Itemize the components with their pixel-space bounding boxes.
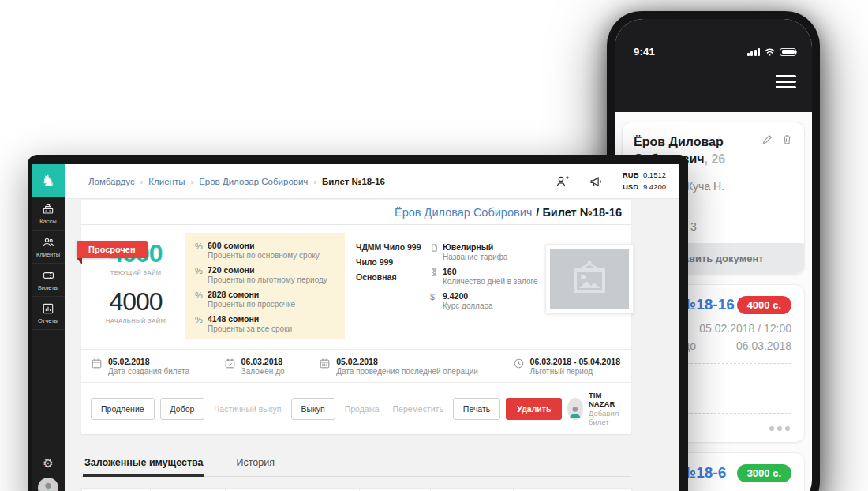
breadcrumb-separator: ›	[140, 177, 144, 186]
ticket-due-date: 06.03.2018	[736, 339, 791, 352]
calendar-icon	[91, 357, 103, 376]
percent-icon: %	[195, 265, 208, 284]
item-photo-placeholder[interactable]	[545, 244, 634, 313]
ticket-amount-badge: 4000 с.	[737, 296, 791, 314]
currency-rates: RUB0.1512 USD9.4200	[623, 170, 666, 193]
sidebar-item-reports[interactable]: Отчеты	[32, 297, 65, 330]
interest-item: % 720 сомониПроценты по льготному период…	[195, 265, 339, 284]
breadcrumb-client-name[interactable]: Ёров Диловар Собирович	[199, 177, 308, 186]
initial-loan-value: 4000	[89, 287, 182, 317]
document-icon	[430, 242, 443, 261]
sidebar-item-label: Клиенты	[32, 251, 65, 258]
megaphone-icon[interactable]	[589, 174, 604, 189]
sidebar-item-cash[interactable]: Кассы	[32, 197, 65, 231]
percent-icon: %	[195, 290, 208, 309]
phone-header: 9:41	[615, 19, 812, 112]
battery-icon	[780, 48, 796, 56]
calendar-grid-icon	[319, 357, 331, 376]
calendar-check-icon	[224, 357, 236, 376]
sidebar-item-label: Кассы	[32, 218, 65, 225]
sidebar-item-label: Отчеты	[32, 317, 65, 324]
delete-button[interactable]: Удалить	[506, 398, 562, 420]
prolong-button[interactable]: Продление	[91, 398, 155, 420]
percent-icon: %	[195, 241, 208, 260]
cash-register-icon	[32, 203, 65, 216]
date-item: 05.02.2018Дата проведения последней опер…	[319, 357, 478, 376]
tariff-names: ЧДММ Чило 999 Чило 999 Основная	[345, 233, 427, 339]
added-by-label: Добавил билет	[589, 409, 626, 426]
date-item: 05.02.2018Дата создания билета	[91, 357, 189, 376]
detail-item: $ 9.4200Курс доллара	[430, 291, 545, 310]
client-age: , 26	[705, 152, 726, 166]
detail-item: ЮвелирныйНазвание тарифа	[430, 242, 545, 261]
desktop-app-window: ♞ Кассы Клиенты Билеты	[28, 155, 688, 491]
ticket-icon	[32, 269, 65, 282]
print-button[interactable]: Печать	[453, 398, 500, 420]
added-by-avatar	[567, 398, 583, 420]
interest-item: % 600 сомониПроценты по основному сроку	[195, 241, 339, 260]
date-item: 06.03.2018Заложен до	[224, 357, 285, 376]
sidebar-item-tickets[interactable]: Билеты	[32, 264, 65, 297]
interest-item: % 4148 сомониПроценты за все сроки	[195, 314, 339, 333]
hamburger-menu-icon[interactable]	[776, 75, 796, 88]
sidebar: ♞ Кассы Клиенты Билеты	[32, 164, 65, 491]
phone-statusbar: 9:41	[634, 46, 796, 58]
rate-usd: USD9.4200	[623, 182, 666, 193]
pledged-items-table: НазваниеТип изделия Вес изделияВес без в…	[81, 488, 632, 491]
actions-row: Продление Добор Частичный выкуп Выкуп Пр…	[81, 382, 631, 434]
title-ticket: / Билет №18-16	[536, 206, 622, 219]
sidebar-item-label: Билеты	[32, 284, 65, 291]
delete-trash-icon[interactable]	[781, 133, 793, 167]
hourglass-icon	[430, 267, 443, 286]
signal-icon	[747, 48, 761, 56]
wifi-icon	[764, 47, 776, 57]
status-time: 9:41	[634, 46, 655, 58]
tab-history[interactable]: История	[234, 450, 275, 476]
topbar: Ломбардус › Клиенты › Ёров Диловар Собир…	[65, 164, 679, 199]
user-avatar[interactable]	[38, 478, 58, 491]
sidebar-item-clients[interactable]: Клиенты	[32, 231, 65, 264]
clock-icon	[513, 357, 525, 376]
breadcrumb-separator: ›	[313, 177, 316, 186]
edit-pencil-icon[interactable]	[761, 133, 773, 167]
ticket-details: ЮвелирныйНазвание тарифа 160Количество д…	[427, 233, 545, 339]
tabs: Заложенные имущества История	[81, 450, 631, 477]
added-by: TIM NAZAR Добавил билет	[567, 391, 625, 426]
breadcrumb-separator: ›	[190, 177, 193, 186]
title-client-link[interactable]: Ёров Диловар Собирович	[395, 206, 532, 219]
detail-item: 160Количество дней в залоге	[430, 267, 545, 286]
app-logo-icon[interactable]: ♞	[32, 164, 65, 197]
content-area: Просрочен Ёров Диловар Собирович / Билет…	[65, 199, 679, 491]
percent-icon: %	[195, 314, 208, 333]
breadcrumb: Ломбардус › Клиенты › Ёров Диловар Собир…	[88, 177, 385, 186]
bar-chart-icon	[32, 302, 65, 315]
buyout-button[interactable]: Выкуп	[291, 398, 335, 420]
breadcrumb-home[interactable]: Ломбардус	[88, 177, 135, 186]
initial-loan-label: НАЧАЛЬНЫЙ ЗАЙМ	[89, 317, 182, 324]
tab-pledged-items[interactable]: Заложенные имущества	[83, 450, 204, 477]
table-header-row: НазваниеТип изделия Вес изделияВес без в…	[82, 489, 632, 491]
clients-icon	[32, 236, 65, 249]
settings-gear-icon[interactable]: ⚙	[32, 456, 65, 470]
add-more-button[interactable]: Добор	[160, 398, 205, 420]
date-item: 06.03.2018 - 05.04.2018Льготный период	[513, 357, 620, 376]
status-icons	[747, 47, 797, 57]
rate-rub: RUB0.1512	[623, 170, 666, 181]
move-button: Переместить	[389, 399, 447, 419]
breadcrumb-current: Билет №18-16	[322, 177, 385, 186]
partial-buyout-button: Частичный выкуп	[210, 399, 285, 419]
sale-button: Продажа	[341, 399, 383, 419]
add-client-icon[interactable]	[555, 174, 570, 189]
dates-row: 05.02.2018Дата создания билета 06.03.201…	[81, 349, 631, 382]
ticket-summary-card: 4000 ТЕКУЩИЙ ЗАЙМ 4000 НАЧАЛЬНЫЙ ЗАЙМ % …	[81, 225, 631, 434]
screenshot-stage: 9:41	[0, 0, 868, 491]
interest-panel: % 600 сомониПроценты по основному сроку …	[185, 233, 345, 339]
status-ribbon: Просрочен	[77, 241, 148, 258]
added-by-name: TIM NAZAR	[589, 391, 626, 408]
dollar-icon: $	[430, 291, 443, 310]
page-title: Ёров Диловар Собирович / Билет №18-16	[81, 200, 631, 224]
breadcrumb-clients[interactable]: Клиенты	[148, 177, 185, 186]
current-loan-label: ТЕКУЩИЙ ЗАЙМ	[89, 269, 182, 276]
ticket-amount-badge: 3000 с.	[737, 464, 791, 482]
interest-item: % 2828 сомониПроценты по просрочке	[195, 290, 339, 309]
